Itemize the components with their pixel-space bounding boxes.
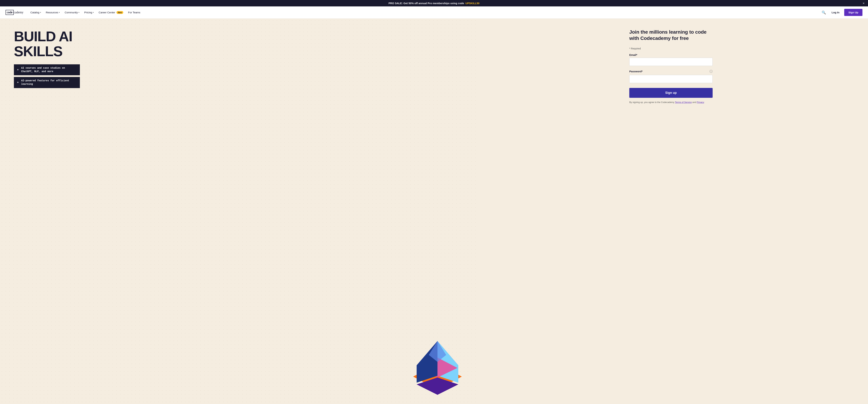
password-label-row: Password* ⓘ [629, 69, 713, 73]
geometric-illustration [408, 331, 467, 403]
password-label: Password* [629, 70, 643, 73]
nav-career-center-label: Career Center [99, 11, 115, 14]
career-center-new-badge: New [117, 11, 123, 14]
hero-title-line2: SKILLS [14, 43, 62, 59]
hero-section: BUILD AI SKILLS + AI courses and case st… [0, 19, 868, 403]
search-icon: 🔍 [822, 10, 826, 14]
email-form-group: Email* [629, 54, 713, 66]
required-note: * Required [629, 47, 713, 50]
nav-pricing-label: Pricing [84, 11, 92, 14]
banner-close-button[interactable]: × [863, 1, 865, 5]
plus-icon-1: + [17, 68, 20, 72]
logo-link[interactable]: code cademy [5, 10, 24, 15]
nav-for-teams[interactable]: For Teams [126, 9, 143, 15]
signup-form-card: Join the millions learning to code with … [629, 29, 713, 104]
main-nav: code cademy Catalog ▾ Resources ▾ Commun… [0, 6, 868, 19]
privacy-link[interactable]: Privacy [697, 101, 704, 103]
feature-tags: + AI courses and case studies on ChatGPT… [14, 64, 470, 88]
nav-signup-button[interactable]: Sign Up [844, 9, 863, 16]
nav-resources-label: Resources [46, 11, 58, 14]
nav-links: Catalog ▾ Resources ▾ Community ▾ Pricin… [28, 9, 821, 15]
terms-text: By signing up, you agree to the Codecade… [629, 101, 713, 104]
nav-career-center[interactable]: Career Center New [96, 9, 125, 15]
pricing-chevron-icon: ▾ [93, 11, 94, 13]
catalog-chevron-icon: ▾ [40, 11, 41, 13]
login-button[interactable]: Log In [830, 9, 841, 15]
form-heading: Join the millions learning to code with … [629, 29, 713, 42]
nav-pricing[interactable]: Pricing ▾ [82, 9, 96, 15]
password-input[interactable] [629, 75, 713, 83]
nav-community-label: Community [65, 11, 78, 14]
password-form-group: Password* ⓘ [629, 69, 713, 83]
email-label: Email* [629, 54, 713, 56]
hero-right: Join the millions learning to code with … [477, 19, 868, 403]
hero-title: BUILD AI SKILLS [14, 29, 470, 59]
email-input[interactable] [629, 58, 713, 66]
nav-resources[interactable]: Resources ▾ [44, 9, 62, 15]
feature-tag-1-text: AI courses and case studies on ChatGPT, … [21, 66, 77, 73]
password-info-icon[interactable]: ⓘ [710, 69, 713, 73]
feature-tag-2-text: AI-powered features for efficient learni… [21, 79, 77, 86]
nav-catalog[interactable]: Catalog ▾ [28, 9, 43, 15]
nav-actions: 🔍 Log In Sign Up [821, 9, 863, 16]
logo-code: code [5, 10, 14, 15]
nav-community[interactable]: Community ▾ [62, 9, 82, 15]
banner-promo-text: PRO SALE: Get 50% off annual Pro members… [389, 2, 464, 5]
terms-of-service-link[interactable]: Terms of Service [675, 101, 692, 103]
community-chevron-icon: ▾ [79, 11, 79, 13]
hero-left: BUILD AI SKILLS + AI courses and case st… [0, 19, 477, 403]
announcement-banner: PRO SALE: Get 50% off annual Pro members… [0, 0, 868, 6]
resources-chevron-icon: ▾ [59, 11, 60, 13]
nav-for-teams-label: For Teams [128, 11, 141, 14]
nav-catalog-label: Catalog [30, 11, 39, 14]
feature-tag-1: + AI courses and case studies on ChatGPT… [14, 64, 80, 75]
terms-middle: and [692, 101, 697, 103]
search-button[interactable]: 🔍 [821, 10, 827, 15]
signup-submit-button[interactable]: Sign up [629, 88, 713, 98]
plus-icon-2: + [17, 80, 20, 85]
logo-cademy: cademy [14, 10, 24, 14]
hero-title-line1: BUILD AI [14, 28, 72, 44]
feature-tag-2: + AI-powered features for efficient lear… [14, 77, 80, 88]
terms-prefix: By signing up, you agree to the Codecade… [629, 101, 675, 103]
banner-promo-code: UPSKILL50 [465, 2, 479, 5]
